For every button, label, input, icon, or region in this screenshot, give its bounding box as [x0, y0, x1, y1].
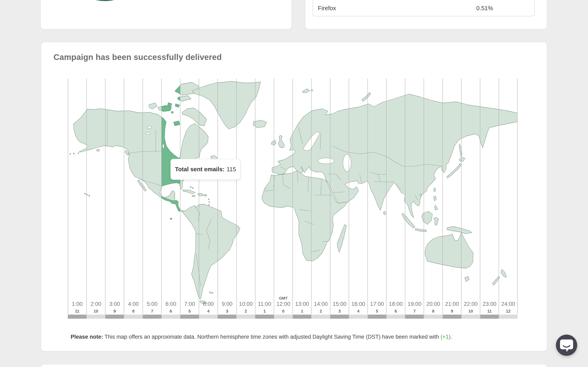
timezone-strip-cell	[368, 315, 387, 319]
browser-stats-card: Firefox0.51%	[305, 0, 547, 29]
campaign-report-page: { "colors": { "page_background": "#edede…	[0, 0, 588, 367]
timezone-strip-cell	[236, 315, 255, 319]
timezone-strip-cell	[424, 315, 443, 319]
browser-name: Firefox	[313, 5, 336, 12]
timezone-strip-cell	[349, 315, 368, 319]
timezone-strip-cell	[68, 315, 86, 319]
timezone-strip-cell	[311, 315, 330, 319]
timezone-strip-cell	[293, 315, 311, 319]
timezone-strip-cell	[218, 315, 236, 319]
timezone-strip-cell	[124, 315, 143, 319]
timezone-strip-cell	[461, 315, 480, 319]
timezone-strip-cell	[274, 315, 293, 319]
donut-chart-fragment	[61, 0, 149, 1]
note-lead: Please note:	[71, 334, 103, 340]
tooltip-label: Total sent emails:	[175, 166, 225, 173]
world-timezone-map[interactable]: Total sent emails: 115	[68, 78, 518, 314]
map-note: Please note: This map offers an approxim…	[71, 333, 452, 341]
timezone-strip-cell	[480, 315, 499, 319]
chat-bubble-icon	[556, 334, 577, 356]
timezone-strip-cell	[199, 315, 218, 319]
chat-launcher-button[interactable]	[556, 334, 577, 356]
note-body: This map offers an approximate data. Nor…	[103, 334, 441, 340]
next-card-top-edge	[41, 365, 547, 367]
timezone-strip-cell	[180, 315, 199, 319]
timezone-strip-cell	[405, 315, 424, 319]
lake-winnipeg	[163, 144, 164, 149]
note-dst-marker: (+1)	[441, 334, 450, 340]
timezone-strip-cell	[86, 315, 105, 319]
timezone-strip-cell	[143, 315, 162, 319]
timezone-strip-cell	[255, 315, 274, 319]
timezone-strip-cell	[387, 315, 405, 319]
browser-stats-table: Firefox0.51%	[312, 0, 535, 16]
campaign-status-title: Campaign has been successfully delivered	[53, 53, 222, 62]
stats-card-left	[41, 0, 291, 29]
timezone-strip-cell	[499, 315, 518, 319]
timezone-axis-strip	[68, 315, 518, 319]
map-land	[70, 81, 518, 304]
tooltip-value: 115	[227, 166, 236, 173]
browser-stats-row: Firefox0.51%	[313, 0, 534, 16]
browser-percent: 0.51%	[476, 5, 493, 12]
map-tooltip: Total sent emails: 115	[171, 159, 241, 180]
timezone-strip-cell	[330, 315, 349, 319]
timezone-strip-cell	[443, 315, 461, 319]
timezone-strip-cell	[105, 315, 124, 319]
world-map-svg[interactable]	[68, 78, 518, 314]
timezone-strip-cell	[162, 315, 180, 319]
note-end: .	[450, 334, 452, 340]
campaign-delivery-card: Campaign has been successfully delivered	[41, 42, 547, 351]
